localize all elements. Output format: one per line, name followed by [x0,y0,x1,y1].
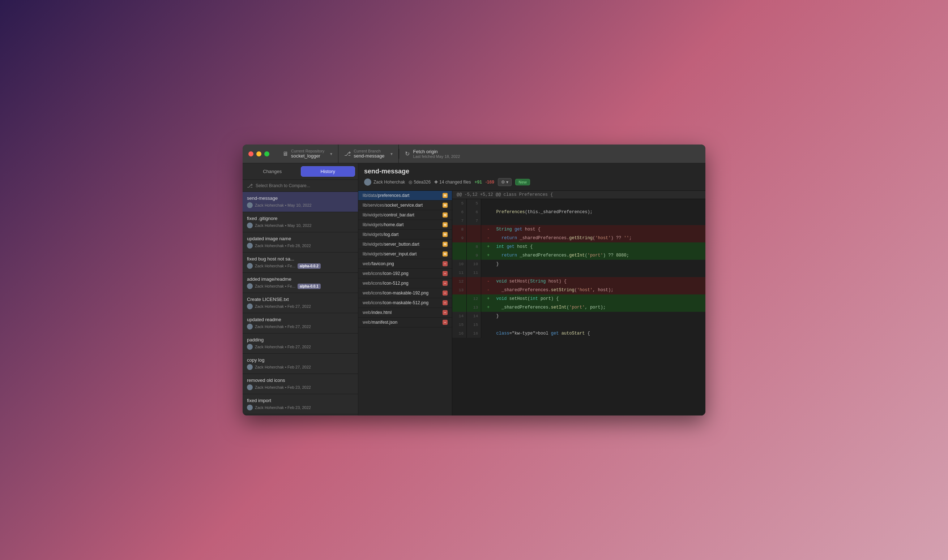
commit-item[interactable]: updated readmeZack Hoherchak • Feb 27, 2… [243,313,358,334]
line-content: - _sharedPreferences.setString('host', h… [481,286,705,294]
avatar [247,223,253,228]
file-item[interactable]: web/icons/Icon-maskable-512.png− [358,298,452,308]
diff-line: 8+ int get host { [452,242,705,251]
commit-item-meta: Zack Hoherchak • Feb 27, 2022 [247,364,354,370]
file-indicator: M [442,222,448,227]
diff-line: 1616 class="kw-type">bool get autoStart … [452,329,705,338]
commit-item[interactable]: fixed bug host not sa...Zack Hoherchak •… [243,252,358,273]
diff-prefix [486,269,491,276]
commit-item-author-date: Zack Hoherchak • Feb 28, 2022 [255,243,311,248]
file-path: lib/widgets/home.dart [363,222,404,227]
changed-files-count: ✚ 14 changed files [434,180,471,185]
line-num-new: 10 [467,260,481,268]
line-num-old: 9 [452,234,467,242]
file-item[interactable]: lib/services/socket_service.dartM [358,200,452,210]
branch-compare[interactable]: ⎇ Select Branch to Compare... [243,180,358,192]
file-item[interactable]: web/favicon.png− [358,259,452,269]
commit-item[interactable]: added image/readmeZack Hoherchak • Fe...… [243,273,358,293]
line-content: - void setHost(String host) { [481,277,705,286]
file-item[interactable]: web/manifest.json− [358,318,452,327]
line-content: } [481,260,705,268]
diff-line: 8- String get host { [452,225,705,234]
file-item[interactable]: web/index.html− [358,308,452,318]
main-content: Changes History ⎇ Select Branch to Compa… [243,163,705,415]
diff-line: 77 [452,216,705,225]
file-item[interactable]: web/icons/Icon-512.png− [358,278,452,288]
line-num-old [452,251,467,260]
line-num-new [467,277,481,286]
file-indicator: − [442,261,448,266]
file-path: web/icons/Icon-512.png [363,281,408,286]
file-indicator: − [442,281,448,286]
file-item[interactable]: lib/widgets/server_input.dartM [358,249,452,259]
line-content: } [481,312,705,320]
commit-item[interactable]: copy logZack Hoherchak • Feb 27, 2022 [243,354,358,374]
commit-item-meta: Zack Hoherchak • Feb 27, 2022 [247,344,354,350]
commit-item-author-date: Zack Hoherchak • May 10, 2022 [255,203,312,208]
commit-sha: ◎ 5dea326 [408,180,431,185]
commit-item[interactable]: fixed importZack Hoherchak • Feb 23, 202… [243,394,358,414]
file-item[interactable]: web/icons/Icon-192.png− [358,269,452,278]
file-path: web/icons/Icon-maskable-512.png [363,300,429,305]
commit-item[interactable]: updated image nameZack Hoherchak • Feb 2… [243,232,358,252]
fetch-icon: ↻ [405,150,410,157]
tab-history[interactable]: History [301,166,355,177]
line-num-old [452,303,467,312]
line-num-new: 5 [467,199,481,208]
commit-item-title: added image/readme [247,276,354,282]
commit-item-title: padding [247,337,354,343]
line-content: + _sharedPreferences.setInt('port', port… [481,303,705,312]
line-num-old: 8 [452,225,467,234]
line-content: + return _sharedPreferences.getInt('port… [481,251,705,260]
branch-section[interactable]: ⎇ Current Branch send-message ▾ [338,145,398,163]
commit-item-meta: Zack Hoherchak • Feb 23, 2022 [247,405,354,411]
close-button[interactable] [248,151,253,157]
maximize-button[interactable] [264,151,269,157]
minimize-button[interactable] [256,151,261,157]
line-content [481,268,705,277]
line-num-new [467,286,481,294]
sidebar-tabs: Changes History [243,163,358,180]
gear-button[interactable]: ⚙ ▾ [498,178,512,186]
diff-prefix [486,313,491,319]
file-item[interactable]: lib/widgets/home.dartM [358,220,452,230]
commit-header: send-message Zack Hoherchak ◎ 5dea326 ✚ … [358,163,705,191]
traffic-lights [248,151,269,157]
commit-item-author-date: Zack Hoherchak • Feb 23, 2022 [255,385,311,389]
diff-line: 12+ void setHost(int port) { [452,294,705,303]
diff-line: 1414 } [452,312,705,320]
avatar [247,283,253,289]
line-num-old [452,294,467,303]
line-num-old: 12 [452,277,467,286]
file-indicator: M [442,242,448,247]
repo-section[interactable]: 🖥 Current Repository socket_logger ▾ [277,145,338,163]
diff-prefix: - [486,278,491,285]
fetch-text-group: Fetch origin Last fetched May 18, 2022 [413,149,460,158]
diff-line: 9+ return _sharedPreferences.getInt('por… [452,251,705,260]
commit-item[interactable]: paddingZack Hoherchak • Feb 27, 2022 [243,334,358,354]
line-content [481,199,705,208]
commit-item-meta: Zack Hoherchak • Feb 27, 2022 [247,324,354,329]
commit-item-meta: Zack Hoherchak • Fe...alpha-0.0.2 [247,263,354,269]
file-item[interactable]: lib/widgets/control_bar.dartM [358,210,452,220]
repo-label: Current Repository [291,149,324,153]
commit-item[interactable]: send-messageZack Hoherchak • May 10, 202… [243,192,358,212]
file-item[interactable]: web/icons/Icon-maskable-192.png− [358,288,452,298]
avatar [247,385,253,390]
commit-item[interactable]: removed old iconsZack Hoherchak • Feb 23… [243,374,358,394]
commit-item[interactable]: fixed .gitignoreZack Hoherchak • May 10,… [243,212,358,232]
commit-item[interactable]: Create LICENSE.txtZack Hoherchak • Feb 2… [243,293,358,313]
line-num-old: 5 [452,199,467,208]
branch-name: send-message [354,153,384,158]
file-item[interactable]: lib/widgets/log.dartM [358,230,452,240]
fetch-section[interactable]: ↻ Fetch origin Last fetched May 18, 2022 [399,149,700,158]
commit-meta-row: Zack Hoherchak ◎ 5dea326 ✚ 14 changed fi… [364,178,700,186]
file-item[interactable]: lib/data/preferences.dartM [358,191,452,200]
file-indicator: − [442,310,448,315]
file-item[interactable]: lib/widgets/server_button.dartM [358,240,452,249]
commit-item-author-date: Zack Hoherchak • Feb 27, 2022 [255,345,311,349]
right-panel: send-message Zack Hoherchak ◎ 5dea326 ✚ … [358,163,705,415]
diff-line: 12- void setHost(String host) { [452,277,705,286]
tab-changes[interactable]: Changes [245,166,299,177]
diff-line: 1010 } [452,260,705,268]
